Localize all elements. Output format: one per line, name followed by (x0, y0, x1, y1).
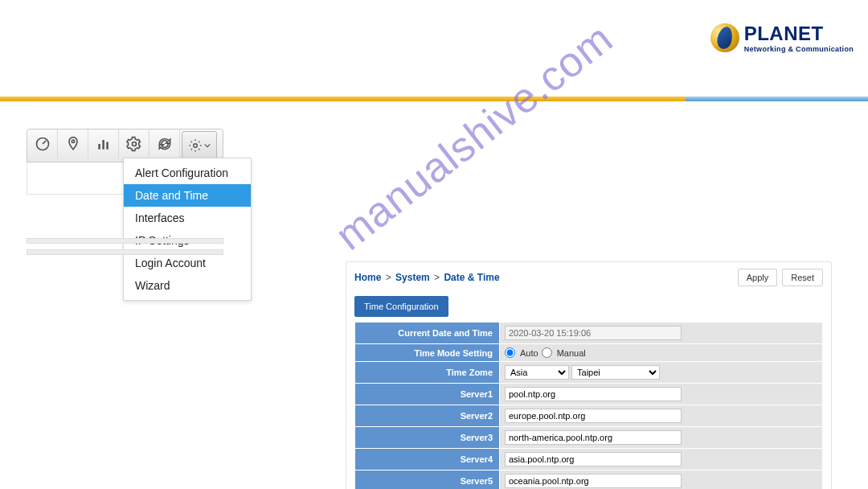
toolbar-area: Alert ConfigurationDate and TimeInterfac… (27, 129, 223, 195)
settings-gear-icon[interactable] (119, 129, 149, 158)
label-server4: Server4 (355, 449, 500, 471)
dropdown-item-date-and-time[interactable]: Date and Time (124, 184, 251, 207)
svg-point-6 (194, 144, 198, 148)
divider-blue (685, 97, 868, 101)
settings-dropdown: Alert ConfigurationDate and TimeInterfac… (123, 158, 252, 301)
label-server5: Server5 (355, 471, 500, 490)
label-server3: Server3 (355, 427, 500, 449)
mode-manual-radio[interactable] (542, 347, 552, 358)
breadcrumb-current: Date & Time (444, 272, 499, 283)
dropdown-item-wizard[interactable]: Wizard (124, 274, 251, 297)
svg-rect-2 (98, 144, 100, 150)
gauge-icon[interactable] (27, 129, 58, 158)
current-datetime-field (505, 326, 682, 340)
label-server1: Server1 (355, 384, 500, 405)
apply-button[interactable]: Apply (738, 269, 778, 286)
label-current-datetime: Current Date and Time (355, 323, 500, 344)
background-rows (27, 238, 223, 261)
server2-field[interactable] (505, 409, 682, 423)
divider-bar (0, 97, 868, 101)
mode-auto-label: Auto (520, 348, 538, 358)
label-time-zone: Time Zome (355, 362, 500, 384)
dropdown-item-alert-configuration[interactable]: Alert Configuration (124, 162, 251, 184)
dropdown-item-interfaces[interactable]: Interfaces (124, 207, 251, 229)
brand-logo: PLANET Networking & Communication (710, 23, 854, 53)
svg-point-1 (72, 140, 74, 142)
zone-city-select[interactable]: Taipei (571, 365, 660, 380)
barchart-icon[interactable] (88, 129, 119, 158)
pin-icon[interactable] (58, 129, 88, 158)
svg-point-5 (132, 142, 136, 146)
mode-manual-label: Manual (557, 348, 586, 358)
svg-rect-4 (106, 142, 108, 150)
brand-name: PLANET (744, 23, 854, 45)
server4-field[interactable] (505, 452, 682, 466)
config-table: Current Date and Time Time Mode Setting … (354, 322, 823, 489)
label-server2: Server2 (355, 405, 500, 427)
mode-auto-radio[interactable] (505, 347, 515, 358)
cog-dropdown-button[interactable] (182, 131, 217, 160)
breadcrumb: Home > System > Date & Time (354, 272, 500, 283)
svg-rect-3 (102, 140, 104, 150)
watermark-text: manualshive.com (326, 14, 622, 260)
logo-icon (710, 23, 739, 52)
breadcrumb-home[interactable]: Home (354, 272, 381, 283)
date-time-panel: Home > System > Date & Time Apply Reset … (346, 261, 832, 489)
label-time-mode: Time Mode Setting (355, 344, 500, 362)
reset-button[interactable]: Reset (782, 269, 823, 286)
tab-time-configuration[interactable]: Time Configuration (354, 296, 448, 317)
refresh-icon[interactable] (149, 129, 180, 158)
server3-field[interactable] (505, 430, 682, 445)
brand-tagline: Networking & Communication (744, 45, 854, 53)
zone-region-select[interactable]: Asia (505, 365, 569, 380)
divider-yellow (0, 97, 688, 101)
breadcrumb-system[interactable]: System (395, 272, 430, 283)
server5-field[interactable] (505, 474, 682, 488)
server1-field[interactable] (505, 387, 682, 401)
